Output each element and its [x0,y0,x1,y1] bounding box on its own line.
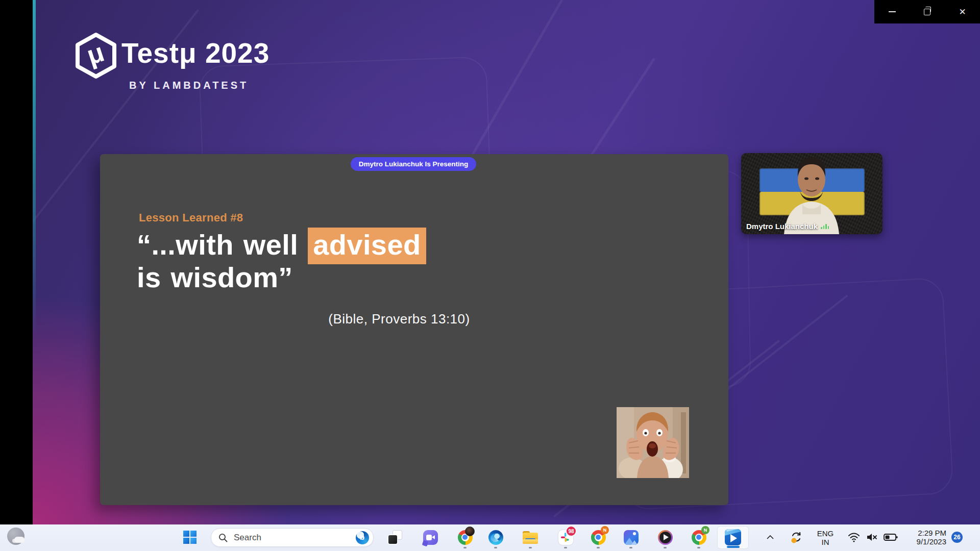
chevron-up-icon [767,535,774,539]
participant-name-label: Dmytro Lukianchuk [746,222,829,231]
close-button[interactable]: ✕ [951,0,974,23]
video-chat-icon [423,530,438,545]
media-player-button[interactable] [657,530,673,545]
battery-icon [884,533,898,541]
shared-presentation-slide: Dmytro Lukianchuk Is Presenting Lesson L… [100,154,728,505]
language-line2: IN [815,538,836,546]
participant-video-tile[interactable]: Dmytro Lukianchuk [741,153,883,234]
chrome-profile-button[interactable] [457,530,473,545]
volume-muted-icon [866,532,878,542]
svg-text:μ: μ [83,37,108,70]
running-indicator [629,547,632,548]
running-indicator [529,547,532,548]
running-indicator [697,547,700,548]
task-view-button[interactable] [387,530,403,545]
active-app-indicator [727,546,740,548]
clock-date: 9/1/2023 [903,537,946,546]
window-left-accent-edge [33,0,36,337]
mic-activity-icon [821,224,829,229]
chrome-orange-badge: N [601,526,609,534]
chrome-green-profile-button[interactable]: N [691,530,706,545]
window-titlebar: ✕ [874,0,980,23]
wifi-icon [848,532,860,542]
profile-avatar [465,527,475,536]
minimize-button[interactable] [880,0,904,23]
video-chat-app-button[interactable] [423,530,438,545]
language-indicator[interactable]: ENG IN [815,529,836,546]
quote-highlighted-word: advised [308,228,426,264]
testmu-logo: μ Testμ 2023 BY LAMBDATEST [60,28,326,94]
chrome-green-badge: N [701,526,709,534]
weather-widget[interactable] [7,528,28,548]
restore-icon [924,9,930,15]
running-indicator [597,547,600,548]
search-input[interactable] [233,532,356,543]
task-view-icon [388,531,402,544]
start-icon [183,531,197,544]
movies-app-button-active[interactable] [717,526,749,549]
volume-button[interactable] [865,530,880,545]
photos-button[interactable] [623,530,639,545]
reaction-gif-image [617,407,689,478]
quote-line2: is wisdom” [137,261,293,293]
quote-citation: (Bible, Proverbs 13:10) [304,311,494,327]
start-button[interactable] [182,530,198,545]
search-icon [218,533,228,542]
lesson-label: Lesson Learned #8 [139,211,243,224]
clock-time: 2:29 PM [903,529,946,537]
clock[interactable]: 2:29 PM 9/1/2023 [903,529,946,546]
restore-button[interactable] [916,0,939,23]
media-player-icon [658,530,673,545]
file-explorer-icon [523,531,538,544]
chrome-orange-profile-button[interactable]: N [591,530,606,545]
quote-prefix: “...with well [137,229,308,261]
slide-quote: “...with well advised is wisdom” [137,229,596,294]
bing-icon: b [356,531,369,544]
file-explorer-button[interactable] [523,530,538,545]
tray-chevron-button[interactable] [764,530,777,545]
notification-count-badge[interactable]: 26 [951,532,963,543]
logo-title: Testμ 2023 [121,37,270,69]
logo-subtitle: BY LAMBDATEST [129,80,249,91]
running-indicator [564,547,567,548]
presenting-status-badge: Dmytro Lukianchuk Is Presenting [351,157,476,171]
slack-notification-badge: 98 [566,525,577,537]
weather-cloud-icon [14,537,24,543]
sync-icon [790,531,803,544]
language-line1: ENG [815,529,836,538]
slack-button[interactable]: 98 [558,530,573,545]
taskbar-search[interactable]: b [211,528,374,547]
edge-button[interactable] [488,530,503,545]
hexagon-mu-icon: μ [75,32,117,79]
photos-icon [624,530,639,545]
running-indicator [463,547,467,548]
wifi-button[interactable] [846,530,862,545]
minimize-icon [889,11,896,12]
edge-icon [488,530,503,545]
running-indicator [494,547,497,548]
running-indicator [664,547,667,548]
sync-status-button[interactable] [789,530,804,545]
battery-button[interactable] [883,530,898,545]
movies-app-icon [725,529,741,545]
participant-name-text: Dmytro Lukianchuk [746,222,818,231]
